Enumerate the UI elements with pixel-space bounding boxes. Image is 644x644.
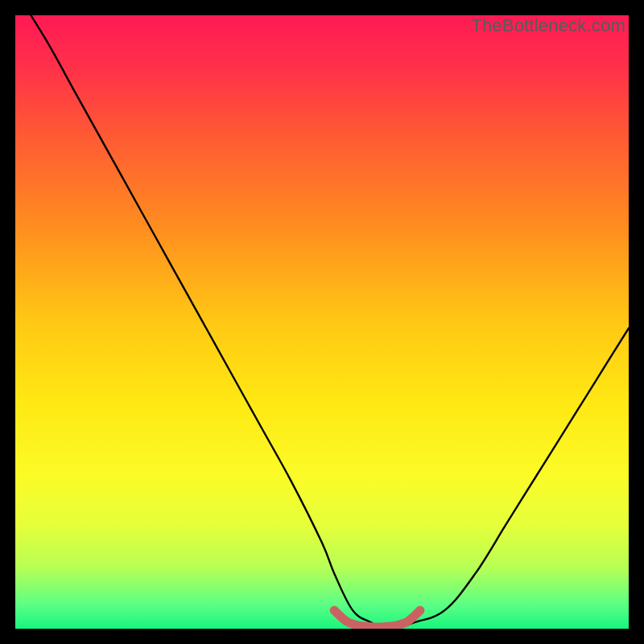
gradient-background <box>15 15 629 629</box>
chart-frame: TheBottleneck.com <box>15 15 629 629</box>
watermark-text: TheBottleneck.com <box>471 15 625 36</box>
bottleneck-chart <box>15 15 629 629</box>
